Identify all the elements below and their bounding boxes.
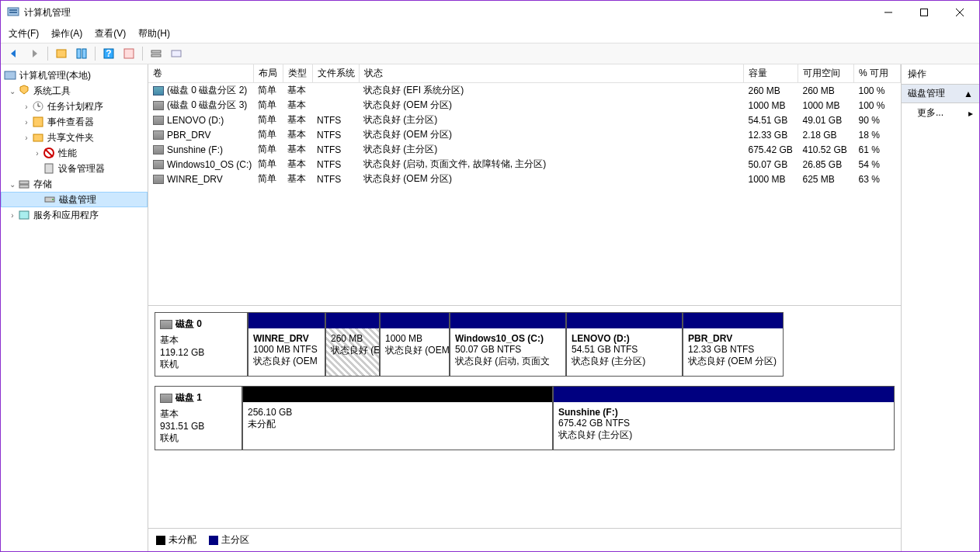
table-row[interactable]: LENOVO (D:)简单基本NTFS状态良好 (主分区)54.51 GB49.… xyxy=(148,113,901,127)
volume-icon xyxy=(153,175,164,184)
table-row[interactable]: (磁盘 0 磁盘分区 3)简单基本状态良好 (OEM 分区)1000 MB100… xyxy=(148,98,901,113)
partition[interactable]: Windows10_OS (C:)50.07 GB NTFS状态良好 (启动, … xyxy=(450,312,566,377)
tree-shared[interactable]: › 共享文件夹 xyxy=(1,130,148,145)
table-row[interactable]: Sunshine (F:)简单基本NTFS状态良好 (主分区)675.42 GB… xyxy=(148,142,901,157)
disk-name: 磁盘 0 xyxy=(175,318,202,329)
partition[interactable]: 1000 MB状态良好 (OEM xyxy=(380,312,450,377)
col-fs[interactable]: 文件系统 xyxy=(312,64,359,83)
cell-free: 2.18 GB xyxy=(798,127,854,142)
menu-file[interactable]: 文件(F) xyxy=(9,27,39,40)
partition-status: 状态良好 (OEM xyxy=(253,356,318,366)
back-button[interactable] xyxy=(5,45,23,62)
partition-status: 状态良好 (主分区) xyxy=(572,356,645,366)
expand-icon[interactable]: › xyxy=(21,118,32,127)
disk-type: 基本 xyxy=(160,334,242,347)
cell-fs: NTFS xyxy=(312,157,359,172)
actions-more[interactable]: 更多... ▸ xyxy=(902,103,979,123)
toolbar-icon-5[interactable] xyxy=(148,45,165,62)
expand-icon[interactable]: › xyxy=(32,149,43,158)
col-status[interactable]: 状态 xyxy=(359,64,744,83)
col-volume[interactable]: 卷 xyxy=(148,64,253,83)
table-row[interactable]: PBR_DRV简单基本NTFS状态良好 (OEM 分区)12.33 GB2.18… xyxy=(148,127,901,142)
toolbar-icon-1[interactable] xyxy=(53,45,70,62)
tree-storage[interactable]: ⌄ 存储 xyxy=(1,176,148,192)
cell-layout: 简单 xyxy=(253,83,283,99)
cell-type: 基本 xyxy=(283,83,312,99)
partition-size: 1000 MB NTFS xyxy=(253,344,318,355)
menubar: 文件(F) 操作(A) 查看(V) 帮助(H) xyxy=(1,24,979,43)
tree-diskmgmt[interactable]: 磁盘管理 xyxy=(1,192,148,207)
cell-capacity: 12.33 GB xyxy=(744,127,798,142)
disk-graphical-view[interactable]: 磁盘 0基本119.12 GB联机WINRE_DRV1000 MB NTFS状态… xyxy=(148,305,901,528)
volume-grid[interactable]: 卷 布局 类型 文件系统 状态 容量 可用空间 % 可用 (磁盘 0 磁盘分区 … xyxy=(148,64,901,305)
volume-icon xyxy=(153,145,164,154)
svg-rect-8 xyxy=(77,49,81,58)
disk-info[interactable]: 磁盘 1基本931.51 GB联机 xyxy=(155,386,242,450)
tree-root-label: 计算机管理(本地) xyxy=(19,69,91,82)
tree-eventviewer[interactable]: › 事件查看器 xyxy=(1,114,148,130)
partition[interactable]: 256.10 GB未分配 xyxy=(242,386,553,450)
cell-layout: 简单 xyxy=(253,142,283,157)
tree-root[interactable]: 计算机管理(本地) xyxy=(1,68,148,83)
partition[interactable]: LENOVO (D:)54.51 GB NTFS状态良好 (主分区) xyxy=(566,312,683,377)
tree-shared-label: 共享文件夹 xyxy=(47,131,94,144)
svg-rect-4 xyxy=(921,9,928,16)
disk-type: 基本 xyxy=(160,408,237,421)
svg-rect-13 xyxy=(151,50,161,53)
nav-tree[interactable]: 计算机管理(本地) ⌄ 系统工具 › 任务计划程序 › 事件查看器 › 共享文件… xyxy=(1,64,148,551)
menu-help[interactable]: 帮助(H) xyxy=(138,27,170,40)
menu-view[interactable]: 查看(V) xyxy=(95,27,126,40)
maximize-button[interactable] xyxy=(906,1,942,24)
cell-status: 状态良好 (启动, 页面文件, 故障转储, 主分区) xyxy=(359,157,744,172)
cell-pctfree: 100 % xyxy=(854,83,901,99)
toolbar-icon-2[interactable] xyxy=(73,45,90,62)
disk-row: 磁盘 1基本931.51 GB联机256.10 GB未分配Sunshine (F… xyxy=(155,386,895,450)
table-row[interactable]: Windows10_OS (C:)简单基本NTFS状态良好 (启动, 页面文件,… xyxy=(148,157,901,172)
table-row[interactable]: WINRE_DRV简单基本NTFS状态良好 (OEM 分区)1000 MB625… xyxy=(148,172,901,186)
expand-icon[interactable]: › xyxy=(21,134,32,142)
tree-scheduler[interactable]: › 任务计划程序 xyxy=(1,99,148,114)
tree-storage-label: 存储 xyxy=(33,178,52,191)
tree-eventviewer-label: 事件查看器 xyxy=(47,116,94,129)
partition[interactable]: PBR_DRV12.33 GB NTFS状态良好 (OEM 分区) xyxy=(683,312,784,377)
partition-header xyxy=(243,387,552,402)
volume-icon xyxy=(153,130,164,140)
col-pctfree[interactable]: % 可用 xyxy=(854,64,901,83)
svg-line-23 xyxy=(45,149,53,157)
tree-systools[interactable]: ⌄ 系统工具 xyxy=(1,83,148,99)
forward-button[interactable] xyxy=(26,45,43,62)
partition-size: 260 MB xyxy=(331,333,363,344)
partition-title: Sunshine (F:) xyxy=(558,407,618,418)
tree-devmgr[interactable]: 设备管理器 xyxy=(1,161,148,176)
disk-status: 联机 xyxy=(160,432,237,445)
minimize-button[interactable] xyxy=(871,1,906,24)
help-icon[interactable]: ? xyxy=(100,45,117,62)
collapse-icon[interactable]: ▲ xyxy=(964,89,973,99)
collapse-icon[interactable]: ⌄ xyxy=(7,87,18,95)
menu-action[interactable]: 操作(A) xyxy=(51,27,82,40)
col-type[interactable]: 类型 xyxy=(283,64,312,83)
cell-layout: 简单 xyxy=(253,98,283,113)
svg-rect-20 xyxy=(33,117,43,127)
actions-section[interactable]: 磁盘管理 ▲ xyxy=(902,85,979,103)
partition[interactable]: 260 MB状态良好 (E xyxy=(325,312,380,377)
cell-type: 基本 xyxy=(283,127,312,142)
col-free[interactable]: 可用空间 xyxy=(798,64,854,83)
partition[interactable]: WINRE_DRV1000 MB NTFS状态良好 (OEM xyxy=(248,312,325,377)
toolbar-icon-4[interactable] xyxy=(120,45,137,62)
partition-title: LENOVO (D:) xyxy=(572,333,630,344)
col-capacity[interactable]: 容量 xyxy=(744,64,798,83)
expand-icon[interactable]: › xyxy=(7,211,18,220)
toolbar-icon-6[interactable] xyxy=(168,45,185,62)
tree-perf[interactable]: › 性能 xyxy=(1,145,148,161)
collapse-icon[interactable]: ⌄ xyxy=(7,180,18,189)
cell-fs xyxy=(312,83,359,99)
partition[interactable]: Sunshine (F:)675.42 GB NTFS状态良好 (主分区) xyxy=(553,386,895,450)
tree-services[interactable]: › 服务和应用程序 xyxy=(1,207,148,223)
disk-info[interactable]: 磁盘 0基本119.12 GB联机 xyxy=(155,312,248,377)
table-row[interactable]: (磁盘 0 磁盘分区 2)简单基本状态良好 (EFI 系统分区)260 MB26… xyxy=(148,83,901,99)
col-layout[interactable]: 布局 xyxy=(253,64,283,83)
close-button[interactable] xyxy=(942,1,978,24)
cell-volume: Windows10_OS (C:) xyxy=(167,159,252,170)
expand-icon[interactable]: › xyxy=(21,102,32,111)
